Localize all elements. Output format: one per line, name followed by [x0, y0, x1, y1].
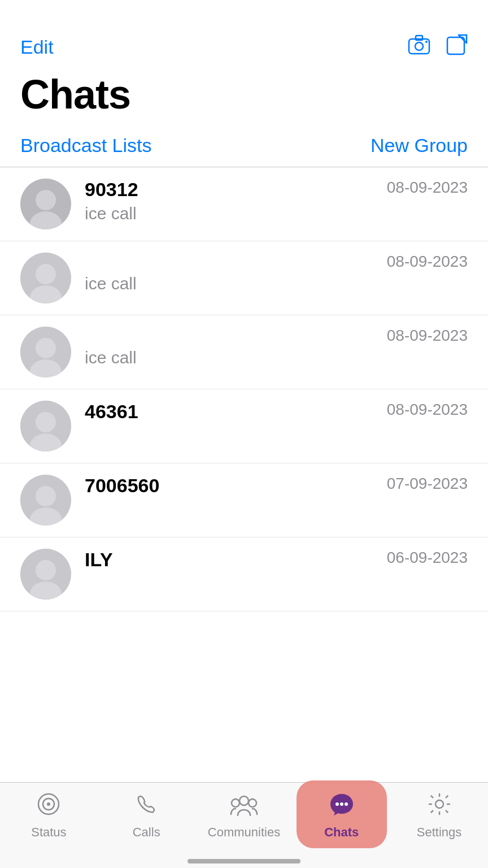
communities-label: Communities [208, 825, 280, 840]
tab-item-calls[interactable]: Calls [98, 792, 195, 840]
svg-point-30 [249, 799, 256, 807]
chat-list: 90312 08-09-2023 ice call 08-09-2023 ice… [0, 167, 488, 611]
svg-point-35 [435, 800, 443, 808]
avatar [20, 401, 71, 452]
chat-name: 7006560 [85, 475, 159, 497]
home-indicator [188, 859, 300, 863]
avatar [20, 253, 71, 303]
chat-time: 07-09-2023 [387, 475, 468, 493]
svg-point-15 [36, 338, 56, 358]
avatar [20, 549, 71, 600]
chat-name: ILY [85, 549, 113, 571]
svg-point-33 [340, 802, 343, 806]
settings-icon [427, 792, 452, 821]
chat-content: 46361 08-09-2023 [85, 401, 468, 426]
status-label: Status [31, 825, 66, 840]
chat-content: 90312 08-09-2023 ice call [85, 179, 468, 223]
chat-time: 06-09-2023 [387, 549, 468, 567]
svg-point-29 [232, 799, 239, 807]
page-title: Chats [0, 66, 488, 129]
chat-message: ice call [85, 204, 468, 223]
svg-point-3 [425, 41, 428, 43]
calls-icon [134, 792, 159, 821]
chat-content: ILY 06-09-2023 [85, 549, 468, 574]
chat-content: 08-09-2023 ice call [85, 327, 468, 367]
chat-time: 08-09-2023 [387, 179, 468, 197]
svg-point-28 [47, 802, 50, 806]
header-icons [408, 34, 468, 60]
svg-point-9 [36, 190, 56, 210]
header: Edit [0, 0, 488, 66]
tab-item-communities[interactable]: Communities [195, 792, 293, 840]
svg-point-12 [36, 264, 56, 284]
chat-item[interactable]: 46361 08-09-2023 [0, 389, 488, 463]
svg-point-1 [415, 42, 423, 50]
chat-message: ice call [85, 348, 468, 367]
avatar [20, 179, 71, 229]
chat-time: 08-09-2023 [387, 401, 468, 419]
chat-time: 08-09-2023 [387, 327, 468, 345]
svg-point-21 [36, 486, 56, 506]
actions-row: Broadcast Lists New Group [0, 129, 488, 167]
svg-line-5 [459, 35, 467, 43]
chats-icon [328, 792, 355, 821]
tab-item-chats[interactable]: Chats [293, 792, 390, 840]
status-icon [36, 792, 61, 821]
chat-name: 90312 [85, 179, 138, 201]
svg-point-34 [345, 802, 348, 806]
broadcast-lists-button[interactable]: Broadcast Lists [20, 134, 151, 157]
svg-point-24 [36, 560, 56, 580]
chat-name: 46361 [85, 401, 138, 423]
avatar [20, 327, 71, 377]
chat-content: 7006560 07-09-2023 [85, 475, 468, 500]
chat-content: 08-09-2023 ice call [85, 253, 468, 293]
tab-bar: Status Calls Communities [0, 782, 488, 868]
compose-icon[interactable] [446, 34, 468, 60]
chats-label: Chats [324, 825, 359, 840]
tab-item-settings[interactable]: Settings [390, 792, 488, 840]
chat-item[interactable]: 08-09-2023 ice call [0, 241, 488, 315]
settings-label: Settings [417, 825, 462, 840]
svg-rect-2 [416, 36, 422, 40]
edit-button[interactable]: Edit [20, 36, 54, 58]
new-group-button[interactable]: New Group [371, 134, 468, 157]
svg-point-18 [36, 412, 56, 432]
svg-point-32 [336, 802, 339, 806]
chat-item[interactable]: 08-09-2023 ice call [0, 315, 488, 389]
svg-rect-4 [447, 37, 464, 54]
chat-item[interactable]: ILY 06-09-2023 [0, 537, 488, 611]
camera-icon[interactable] [408, 34, 430, 59]
calls-label: Calls [133, 825, 160, 840]
svg-point-31 [239, 796, 249, 805]
avatar [20, 475, 71, 526]
chat-time: 08-09-2023 [387, 253, 468, 271]
chat-message: ice call [85, 274, 468, 293]
communities-icon [230, 792, 258, 821]
tab-item-status[interactable]: Status [0, 792, 98, 840]
chat-item[interactable]: 90312 08-09-2023 ice call [0, 167, 488, 241]
chat-item[interactable]: 7006560 07-09-2023 [0, 463, 488, 537]
